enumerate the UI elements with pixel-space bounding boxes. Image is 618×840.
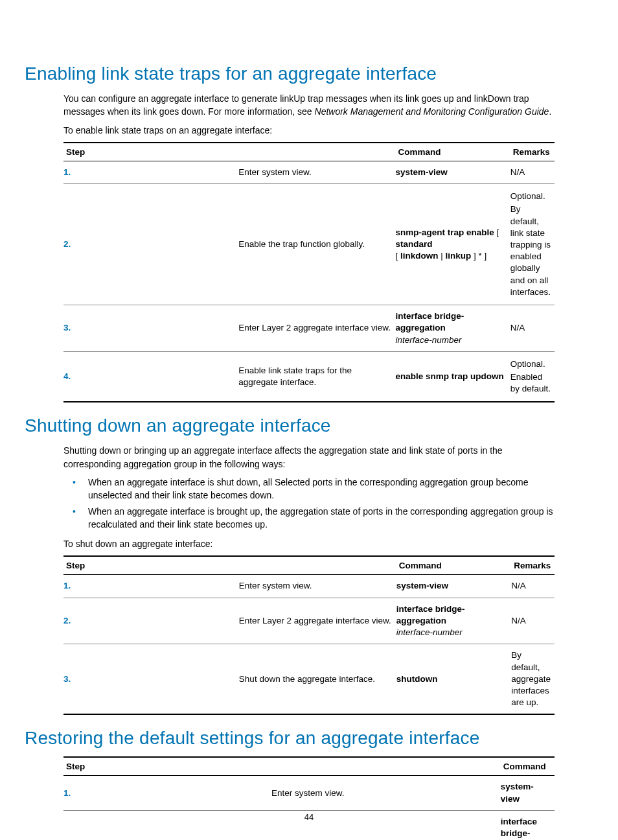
- th-remarks: Remarks: [510, 143, 555, 161]
- list-item: When an aggregate interface is brought u…: [63, 505, 555, 531]
- cmd-plain: ] * ]: [471, 251, 486, 261]
- cmd-plain: [: [494, 228, 499, 237]
- section3-title: Restoring the default settings for an ag…: [25, 728, 555, 749]
- th-command: Command: [396, 556, 512, 575]
- step-text: Enter Layer 2 aggregate interface view.: [238, 305, 395, 352]
- remarks-text: N/A: [510, 161, 555, 183]
- bullet-list: When an aggregate interface is shut down…: [63, 476, 555, 531]
- remarks-text: N/A: [510, 305, 555, 352]
- command-text: interface bridge-aggregation interface-n…: [395, 305, 510, 352]
- step-number: 3.: [63, 644, 239, 715]
- cmd-plain: |: [439, 251, 446, 261]
- step-number: 2.: [63, 598, 239, 644]
- cmd-italic: interface-number: [395, 335, 461, 345]
- table-row: 3. Enter Layer 2 aggregate interface vie…: [63, 305, 555, 352]
- table-section1: Step Command Remarks 1. Enter system vie…: [63, 142, 555, 403]
- cmd-bold: system-view: [396, 581, 448, 590]
- step-text: Enter system view.: [238, 161, 395, 183]
- section2-para2: To shut down an aggregate interface:: [63, 537, 555, 550]
- step-number: 2.: [63, 184, 238, 305]
- table-row: 1. Enter system view. system-view: [63, 776, 555, 810]
- remarks-line: By default, link state trapping is enabl…: [510, 204, 551, 298]
- remarks-text: Optional. Enabled by default.: [510, 351, 555, 402]
- remarks-line: Enabled by default.: [510, 371, 551, 395]
- table-row: 2. Enter Layer 2 aggregate interface vie…: [63, 598, 555, 644]
- table-row: 1. Enter system view. system-view N/A: [63, 575, 555, 598]
- th-step: Step: [63, 143, 395, 161]
- table-header-row: Step Command Remarks: [63, 143, 555, 161]
- table-section3: Step Command 1. Enter system view. syste…: [63, 756, 555, 840]
- th-remarks: Remarks: [511, 556, 555, 575]
- step-number: 4.: [63, 351, 238, 402]
- command-text: shutdown: [396, 644, 512, 715]
- step-number: 1.: [63, 161, 238, 183]
- step-text: Shut down the aggregate interface.: [239, 644, 396, 715]
- step-text: Enter system view.: [239, 575, 396, 598]
- command-text: system-view: [501, 776, 555, 810]
- remarks-line: Optional.: [510, 358, 551, 370]
- cmd-bold: shutdown: [396, 674, 438, 684]
- table-row: 4. Enable link state traps for the aggre…: [63, 351, 555, 402]
- remarks-text: N/A: [511, 575, 555, 598]
- list-item: When an aggregate interface is shut down…: [63, 476, 555, 502]
- section1-para1: You can configure an aggregate interface…: [63, 92, 555, 119]
- command-text: enable snmp trap updown: [395, 351, 510, 402]
- table-row: 2. Enable the trap function globally. sn…: [63, 184, 555, 305]
- step-number: 1.: [63, 776, 271, 810]
- command-text: snmp-agent trap enable [ standard [ link…: [395, 184, 510, 305]
- cmd-bold: snmp-agent trap enable: [395, 228, 494, 237]
- step-text: Enable link state traps for the aggregat…: [238, 351, 395, 402]
- step-text: Enable the trap function globally.: [238, 184, 395, 305]
- step-number: 3.: [63, 305, 238, 352]
- section1-para1-b: .: [549, 106, 551, 117]
- table-header-row: Step Command: [63, 757, 555, 776]
- command-text: system-view: [395, 161, 510, 183]
- remarks-text: Optional. By default, link state trappin…: [510, 184, 555, 305]
- th-step: Step: [63, 556, 396, 575]
- cmd-bold: linkdown: [400, 251, 439, 261]
- remarks-line: Optional.: [510, 191, 551, 202]
- section2-para1: Shutting down or bringing up an aggregat…: [63, 444, 555, 471]
- table-row: 3. Shut down the aggregate interface. sh…: [63, 644, 555, 715]
- cmd-bold: enable snmp trap updown: [395, 371, 503, 381]
- section2-title: Shutting down an aggregate interface: [25, 415, 555, 436]
- page-number: 44: [0, 812, 618, 822]
- table-header-row: Step Command Remarks: [63, 556, 555, 575]
- step-text: Enter system view.: [271, 776, 501, 810]
- section1-para2: To enable link state traps on an aggrega…: [63, 124, 555, 137]
- th-command: Command: [395, 143, 510, 161]
- cmd-bold: system-view: [501, 782, 534, 803]
- step-number: 1.: [63, 575, 239, 598]
- command-text: system-view: [396, 575, 512, 598]
- cmd-bold: standard: [395, 239, 432, 249]
- table-row: 1. Enter system view. system-view N/A: [63, 161, 555, 183]
- remarks-text: By default, aggregate interfaces are up.: [511, 644, 555, 715]
- remarks-text: N/A: [511, 598, 555, 644]
- cmd-italic: interface-number: [396, 627, 463, 637]
- th-step: Step: [63, 757, 501, 776]
- cmd-bold: interface bridge-aggregation: [396, 604, 465, 625]
- step-text: Enter Layer 2 aggregate interface view.: [239, 598, 396, 644]
- th-command: Command: [501, 757, 555, 776]
- cmd-bold: interface bridge-aggregation: [395, 311, 464, 332]
- table-section2: Step Command Remarks 1. Enter system vie…: [63, 555, 555, 715]
- cmd-bold: linkup: [446, 251, 472, 261]
- section1-para1-italic: Network Management and Monitoring Config…: [315, 106, 549, 117]
- cmd-plain: [: [395, 251, 400, 261]
- section1-title: Enabling link state traps for an aggrega…: [25, 64, 555, 84]
- cmd-bold: system-view: [395, 167, 447, 177]
- command-text: interface bridge-aggregation interface-n…: [396, 598, 512, 644]
